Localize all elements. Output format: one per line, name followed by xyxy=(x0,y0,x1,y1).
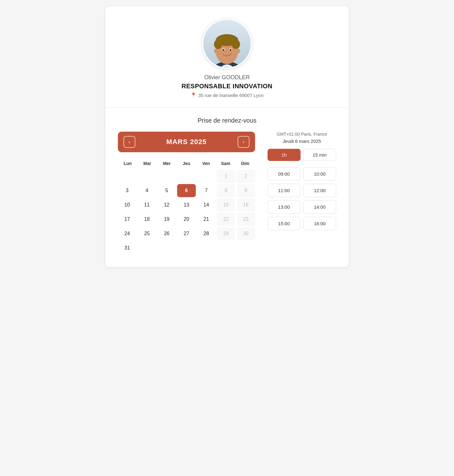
time-slot-0900[interactable]: 09:00 xyxy=(268,167,300,181)
svg-point-13 xyxy=(230,49,232,51)
calendar-day[interactable]: 7 xyxy=(197,184,215,197)
calendar-day[interactable]: 19 xyxy=(157,213,176,226)
calendar-day[interactable]: 9 xyxy=(237,184,255,197)
calendar-day[interactable]: 5 xyxy=(157,184,176,197)
time-slot-1600[interactable]: 16:00 xyxy=(303,217,336,230)
calendar-day-empty xyxy=(118,170,136,183)
calendar-container: ‹ MARS 2025 › Lun Mar Mer Jeu Ven Sam Di… xyxy=(118,132,255,255)
right-panel: GMT+01:00 Paris, France Jeudi 6 mars 202… xyxy=(268,132,336,230)
time-slot-row: 09:00 10:00 xyxy=(268,167,336,181)
duration-15min-button[interactable]: 15 min xyxy=(303,149,336,161)
location-icon: 📍 xyxy=(191,92,196,98)
time-slot-1300[interactable]: 13:00 xyxy=(268,200,300,214)
calendar-day[interactable]: 25 xyxy=(138,227,156,240)
calendar-day[interactable]: 30 xyxy=(237,227,255,240)
profile-section: Olivier GOODLER RESPONSABLE INNOVATION 📍… xyxy=(105,6,349,108)
day-header-sam: Sam xyxy=(216,158,235,168)
calendar-day[interactable]: 28 xyxy=(197,227,215,240)
calendar-day-empty xyxy=(197,170,215,183)
appointment-section: Prise de rendez-vous ‹ MARS 2025 › Lun M… xyxy=(105,108,349,267)
svg-point-15 xyxy=(236,49,240,53)
day-header-ven: Ven xyxy=(196,158,216,168)
time-slot-row: 13:00 14:00 xyxy=(268,200,336,214)
time-slot-row: 11:00 12:00 xyxy=(268,184,336,197)
time-slot-1500[interactable]: 15:00 xyxy=(268,217,300,230)
calendar-day-empty xyxy=(177,170,196,183)
calendar-day-empty xyxy=(138,170,156,183)
calendar-week: 1 2 xyxy=(118,170,255,183)
duration-buttons: 1h 15 min xyxy=(268,149,336,161)
calendar-day[interactable]: 24 xyxy=(118,227,136,240)
appointment-body: ‹ MARS 2025 › Lun Mar Mer Jeu Ven Sam Di… xyxy=(118,132,336,255)
calendar-week: 31 xyxy=(118,241,255,255)
time-slot-1100[interactable]: 11:00 xyxy=(268,184,300,197)
calendar-day-empty xyxy=(157,241,176,255)
calendar-day[interactable]: 27 xyxy=(177,227,196,240)
page-wrapper: Olivier GOODLER RESPONSABLE INNOVATION 📍… xyxy=(105,6,349,267)
calendar-day[interactable]: 17 xyxy=(118,213,136,226)
svg-point-14 xyxy=(214,49,217,53)
calendar-day-empty xyxy=(177,241,196,255)
calendar-week: 10 11 12 13 14 15 16 xyxy=(118,198,255,211)
calendar-day[interactable]: 14 xyxy=(197,198,215,211)
calendar-week: 3 4 5 6 7 8 9 xyxy=(118,184,255,197)
calendar-day[interactable]: 8 xyxy=(217,184,235,197)
time-slot-1400[interactable]: 14:00 xyxy=(303,200,336,214)
time-slots: 09:00 10:00 11:00 12:00 13:00 14:00 15:0… xyxy=(268,167,336,230)
selected-date-label: Jeudi 6 mars 2025 xyxy=(268,138,336,144)
calendar-day-empty xyxy=(138,241,156,255)
address-text: 35 rue de marseille 69007 Lyon xyxy=(198,93,264,98)
svg-point-9 xyxy=(232,40,240,49)
calendar-day-empty xyxy=(197,241,215,255)
calendar-weeks: 1 2 3 4 5 6 7 8 9 xyxy=(118,170,255,255)
time-slot-row: 15:00 16:00 xyxy=(268,217,336,230)
person-name: Olivier GOODLER xyxy=(204,74,250,81)
prev-month-button[interactable]: ‹ xyxy=(123,136,135,148)
svg-point-12 xyxy=(223,49,225,51)
calendar-week: 24 25 26 27 28 29 30 xyxy=(118,227,255,240)
calendar-week: 17 18 19 20 21 22 23 xyxy=(118,213,255,226)
calendar-day[interactable]: 20 xyxy=(177,213,196,226)
day-header-dim: Dim xyxy=(235,158,255,168)
person-title: RESPONSABLE INNOVATION xyxy=(181,83,272,90)
calendar-header: ‹ MARS 2025 › xyxy=(118,132,255,152)
calendar-day[interactable]: 22 xyxy=(217,213,235,226)
duration-1h-button[interactable]: 1h xyxy=(268,149,301,161)
calendar-day[interactable]: 16 xyxy=(237,198,255,211)
calendar-day-empty xyxy=(217,241,235,255)
calendar-day[interactable]: 31 xyxy=(118,241,136,255)
calendar-grid: Lun Mar Mer Jeu Ven Sam Dim xyxy=(118,158,255,255)
time-slot-1200[interactable]: 12:00 xyxy=(303,184,336,197)
calendar-day-empty xyxy=(157,170,176,183)
day-header-mar: Mar xyxy=(138,158,157,168)
calendar-day[interactable]: 29 xyxy=(217,227,235,240)
days-header: Lun Mar Mer Jeu Ven Sam Dim xyxy=(118,158,255,168)
calendar-day[interactable]: 21 xyxy=(197,213,215,226)
avatar xyxy=(202,19,252,69)
calendar-day[interactable]: 11 xyxy=(138,198,156,211)
calendar-day[interactable]: 4 xyxy=(138,184,156,197)
day-header-jeu: Jeu xyxy=(177,158,196,168)
calendar-day[interactable]: 12 xyxy=(157,198,176,211)
calendar-day[interactable]: 18 xyxy=(138,213,156,226)
calendar-day[interactable]: 15 xyxy=(217,198,235,211)
calendar-day[interactable]: 10 xyxy=(118,198,136,211)
timezone-label: GMT+01:00 Paris, France xyxy=(268,132,336,137)
calendar-day-empty xyxy=(237,241,255,255)
calendar-day-selected[interactable]: 6 xyxy=(177,184,196,197)
calendar-day[interactable]: 3 xyxy=(118,184,136,197)
day-header-lun: Lun xyxy=(118,158,138,168)
svg-point-8 xyxy=(214,40,222,49)
person-address: 📍 35 rue de marseille 69007 Lyon xyxy=(191,92,264,98)
next-month-button[interactable]: › xyxy=(238,136,249,148)
section-title: Prise de rendez-vous xyxy=(118,117,336,124)
calendar-day[interactable]: 2 xyxy=(237,170,255,183)
calendar-day[interactable]: 1 xyxy=(217,170,235,183)
time-slot-1000[interactable]: 10:00 xyxy=(303,167,336,181)
calendar-day[interactable]: 13 xyxy=(177,198,196,211)
calendar-day[interactable]: 26 xyxy=(157,227,176,240)
day-header-mer: Mer xyxy=(157,158,177,168)
month-label: MARS 2025 xyxy=(167,138,207,146)
calendar-day[interactable]: 23 xyxy=(237,213,255,226)
